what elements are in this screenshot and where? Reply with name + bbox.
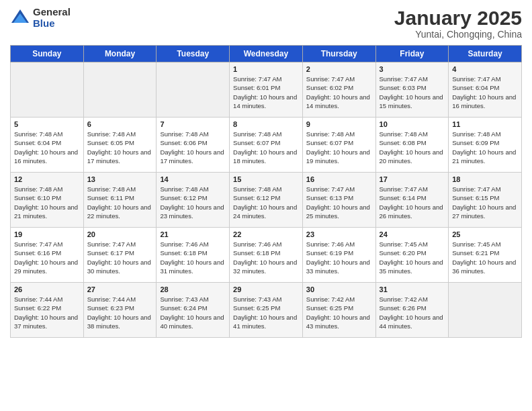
day-number: 16 [306, 175, 372, 183]
calendar-cell: 18Sunrise: 7:47 AM Sunset: 6:15 PM Dayli… [449, 173, 522, 228]
day-info: Sunrise: 7:47 AM Sunset: 6:15 PM Dayligh… [452, 185, 518, 220]
day-info: Sunrise: 7:46 AM Sunset: 6:19 PM Dayligh… [306, 240, 372, 275]
day-info: Sunrise: 7:48 AM Sunset: 6:07 PM Dayligh… [306, 130, 372, 165]
day-info: Sunrise: 7:47 AM Sunset: 6:14 PM Dayligh… [380, 185, 445, 220]
day-number: 7 [160, 120, 226, 128]
day-number: 27 [87, 285, 153, 293]
day-info: Sunrise: 7:48 AM Sunset: 6:12 PM Dayligh… [233, 185, 299, 220]
day-number: 30 [306, 285, 372, 293]
calendar-cell: 17Sunrise: 7:47 AM Sunset: 6:14 PM Dayli… [375, 173, 449, 228]
calendar-cell: 5Sunrise: 7:48 AM Sunset: 6:04 PM Daylig… [11, 118, 84, 173]
calendar-cell: 28Sunrise: 7:43 AM Sunset: 6:24 PM Dayli… [157, 283, 230, 338]
calendar-cell [157, 62, 230, 118]
day-number: 17 [380, 175, 445, 183]
day-number: 3 [380, 65, 445, 73]
day-info: Sunrise: 7:47 AM Sunset: 6:16 PM Dayligh… [14, 240, 80, 275]
day-number: 31 [380, 285, 445, 293]
header: General Blue January 2025 Yuntai, Chongq… [10, 7, 522, 40]
logo-icon [10, 8, 30, 28]
calendar-cell: 31Sunrise: 7:42 AM Sunset: 6:26 PM Dayli… [375, 283, 449, 338]
subtitle: Yuntai, Chongqing, China [394, 29, 522, 40]
day-number: 22 [233, 230, 299, 238]
day-info: Sunrise: 7:48 AM Sunset: 6:09 PM Dayligh… [452, 130, 518, 165]
day-info: Sunrise: 7:48 AM Sunset: 6:06 PM Dayligh… [160, 130, 226, 165]
day-number: 23 [306, 230, 372, 238]
day-info: Sunrise: 7:47 AM Sunset: 6:03 PM Dayligh… [380, 75, 445, 110]
col-monday: Monday [83, 46, 157, 62]
day-number: 29 [233, 285, 299, 293]
day-info: Sunrise: 7:47 AM Sunset: 6:02 PM Dayligh… [306, 75, 372, 110]
col-sunday: Sunday [11, 46, 84, 62]
day-info: Sunrise: 7:48 AM Sunset: 6:11 PM Dayligh… [87, 185, 153, 220]
logo-general: General [33, 7, 71, 18]
calendar-body: 1Sunrise: 7:47 AM Sunset: 6:01 PM Daylig… [11, 62, 522, 338]
day-info: Sunrise: 7:48 AM Sunset: 6:12 PM Dayligh… [160, 185, 226, 220]
day-info: Sunrise: 7:43 AM Sunset: 6:25 PM Dayligh… [233, 295, 299, 330]
col-wednesday: Wednesday [230, 46, 303, 62]
day-info: Sunrise: 7:45 AM Sunset: 6:20 PM Dayligh… [380, 240, 445, 275]
day-info: Sunrise: 7:42 AM Sunset: 6:26 PM Dayligh… [380, 295, 445, 330]
calendar-table: Sunday Monday Tuesday Wednesday Thursday… [10, 45, 522, 338]
day-info: Sunrise: 7:44 AM Sunset: 6:22 PM Dayligh… [14, 295, 80, 330]
day-number: 2 [306, 65, 372, 73]
day-number: 9 [306, 120, 372, 128]
day-number: 6 [87, 120, 153, 128]
logo: General Blue [10, 7, 71, 29]
header-row: Sunday Monday Tuesday Wednesday Thursday… [11, 46, 522, 62]
day-number: 24 [380, 230, 445, 238]
logo-text: General Blue [33, 7, 71, 29]
day-number: 19 [14, 230, 80, 238]
day-info: Sunrise: 7:44 AM Sunset: 6:23 PM Dayligh… [87, 295, 153, 330]
calendar-cell: 16Sunrise: 7:47 AM Sunset: 6:13 PM Dayli… [302, 173, 375, 228]
calendar-cell: 23Sunrise: 7:46 AM Sunset: 6:19 PM Dayli… [302, 228, 375, 283]
day-number: 28 [160, 285, 226, 293]
day-info: Sunrise: 7:46 AM Sunset: 6:18 PM Dayligh… [160, 240, 226, 275]
calendar-week-2: 12Sunrise: 7:48 AM Sunset: 6:10 PM Dayli… [11, 173, 522, 228]
calendar-cell [11, 62, 84, 118]
title-block: January 2025 Yuntai, Chongqing, China [394, 7, 522, 40]
calendar-cell: 26Sunrise: 7:44 AM Sunset: 6:22 PM Dayli… [11, 283, 84, 338]
day-info: Sunrise: 7:45 AM Sunset: 6:21 PM Dayligh… [452, 240, 518, 275]
day-info: Sunrise: 7:48 AM Sunset: 6:05 PM Dayligh… [87, 130, 153, 165]
logo-blue: Blue [33, 18, 71, 30]
day-number: 13 [87, 175, 153, 183]
day-number: 18 [452, 175, 518, 183]
calendar-week-0: 1Sunrise: 7:47 AM Sunset: 6:01 PM Daylig… [11, 62, 522, 118]
day-number: 14 [160, 175, 226, 183]
col-saturday: Saturday [449, 46, 522, 62]
page: General Blue January 2025 Yuntai, Chongq… [0, 0, 532, 411]
calendar-cell: 21Sunrise: 7:46 AM Sunset: 6:18 PM Dayli… [157, 228, 230, 283]
day-number: 25 [452, 230, 518, 238]
calendar-cell: 25Sunrise: 7:45 AM Sunset: 6:21 PM Dayli… [449, 228, 522, 283]
day-number: 8 [233, 120, 299, 128]
calendar-cell: 10Sunrise: 7:48 AM Sunset: 6:08 PM Dayli… [375, 118, 449, 173]
calendar-cell: 8Sunrise: 7:48 AM Sunset: 6:07 PM Daylig… [230, 118, 303, 173]
day-number: 11 [452, 120, 518, 128]
day-number: 26 [14, 285, 80, 293]
calendar-cell: 11Sunrise: 7:48 AM Sunset: 6:09 PM Dayli… [449, 118, 522, 173]
day-number: 1 [233, 65, 299, 73]
day-info: Sunrise: 7:47 AM Sunset: 6:04 PM Dayligh… [452, 75, 518, 110]
calendar-cell: 24Sunrise: 7:45 AM Sunset: 6:20 PM Dayli… [375, 228, 449, 283]
main-title: January 2025 [394, 7, 522, 29]
calendar-cell: 1Sunrise: 7:47 AM Sunset: 6:01 PM Daylig… [230, 62, 303, 118]
col-thursday: Thursday [302, 46, 375, 62]
calendar-cell: 13Sunrise: 7:48 AM Sunset: 6:11 PM Dayli… [83, 173, 157, 228]
calendar-cell: 15Sunrise: 7:48 AM Sunset: 6:12 PM Dayli… [230, 173, 303, 228]
calendar-week-4: 26Sunrise: 7:44 AM Sunset: 6:22 PM Dayli… [11, 283, 522, 338]
calendar-week-3: 19Sunrise: 7:47 AM Sunset: 6:16 PM Dayli… [11, 228, 522, 283]
col-friday: Friday [375, 46, 449, 62]
day-info: Sunrise: 7:48 AM Sunset: 6:04 PM Dayligh… [14, 130, 80, 165]
day-number: 10 [380, 120, 445, 128]
calendar-week-1: 5Sunrise: 7:48 AM Sunset: 6:04 PM Daylig… [11, 118, 522, 173]
day-number: 20 [87, 230, 153, 238]
calendar-cell: 14Sunrise: 7:48 AM Sunset: 6:12 PM Dayli… [157, 173, 230, 228]
day-number: 5 [14, 120, 80, 128]
calendar-cell [83, 62, 157, 118]
calendar-cell: 4Sunrise: 7:47 AM Sunset: 6:04 PM Daylig… [449, 62, 522, 118]
day-info: Sunrise: 7:48 AM Sunset: 6:07 PM Dayligh… [233, 130, 299, 165]
day-info: Sunrise: 7:43 AM Sunset: 6:24 PM Dayligh… [160, 295, 226, 330]
day-info: Sunrise: 7:47 AM Sunset: 6:13 PM Dayligh… [306, 185, 372, 220]
day-info: Sunrise: 7:47 AM Sunset: 6:01 PM Dayligh… [233, 75, 299, 110]
day-number: 4 [452, 65, 518, 73]
